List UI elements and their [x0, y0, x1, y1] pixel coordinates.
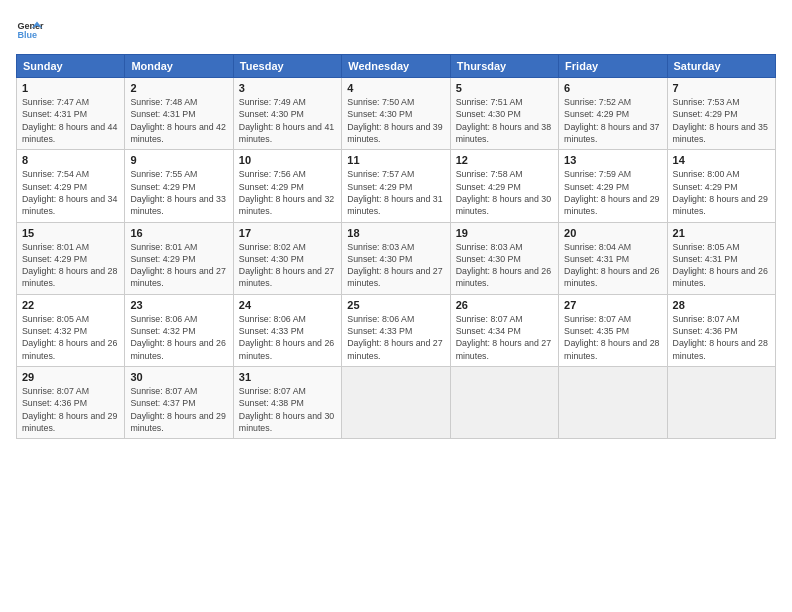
calendar-day-cell: 8Sunrise: 7:54 AM Sunset: 4:29 PM Daylig…	[17, 150, 125, 222]
calendar-day-cell: 10Sunrise: 7:56 AM Sunset: 4:29 PM Dayli…	[233, 150, 341, 222]
svg-text:Blue: Blue	[17, 30, 37, 40]
day-of-week-header: Friday	[559, 55, 667, 78]
day-number: 26	[456, 299, 553, 311]
calendar-day-cell: 30Sunrise: 8:07 AM Sunset: 4:37 PM Dayli…	[125, 367, 233, 439]
calendar-day-cell: 19Sunrise: 8:03 AM Sunset: 4:30 PM Dayli…	[450, 222, 558, 294]
day-number: 31	[239, 371, 336, 383]
day-number: 20	[564, 227, 661, 239]
day-number: 14	[673, 154, 770, 166]
day-detail: Sunrise: 8:07 AM Sunset: 4:34 PM Dayligh…	[456, 313, 553, 362]
day-number: 17	[239, 227, 336, 239]
day-detail: Sunrise: 7:48 AM Sunset: 4:31 PM Dayligh…	[130, 96, 227, 145]
calendar-day-cell: 3Sunrise: 7:49 AM Sunset: 4:30 PM Daylig…	[233, 78, 341, 150]
calendar-day-cell: 11Sunrise: 7:57 AM Sunset: 4:29 PM Dayli…	[342, 150, 450, 222]
day-detail: Sunrise: 8:07 AM Sunset: 4:36 PM Dayligh…	[673, 313, 770, 362]
day-detail: Sunrise: 8:07 AM Sunset: 4:35 PM Dayligh…	[564, 313, 661, 362]
day-detail: Sunrise: 7:50 AM Sunset: 4:30 PM Dayligh…	[347, 96, 444, 145]
day-number: 16	[130, 227, 227, 239]
day-number: 21	[673, 227, 770, 239]
day-detail: Sunrise: 8:05 AM Sunset: 4:32 PM Dayligh…	[22, 313, 119, 362]
calendar-day-cell: 21Sunrise: 8:05 AM Sunset: 4:31 PM Dayli…	[667, 222, 775, 294]
calendar-day-cell: 18Sunrise: 8:03 AM Sunset: 4:30 PM Dayli…	[342, 222, 450, 294]
day-detail: Sunrise: 8:06 AM Sunset: 4:32 PM Dayligh…	[130, 313, 227, 362]
day-number: 22	[22, 299, 119, 311]
day-number: 5	[456, 82, 553, 94]
day-detail: Sunrise: 8:02 AM Sunset: 4:30 PM Dayligh…	[239, 241, 336, 290]
day-of-week-header: Saturday	[667, 55, 775, 78]
logo: General Blue	[16, 16, 44, 44]
day-detail: Sunrise: 7:56 AM Sunset: 4:29 PM Dayligh…	[239, 168, 336, 217]
calendar-day-cell	[450, 367, 558, 439]
day-detail: Sunrise: 7:52 AM Sunset: 4:29 PM Dayligh…	[564, 96, 661, 145]
day-number: 3	[239, 82, 336, 94]
day-of-week-header: Thursday	[450, 55, 558, 78]
calendar-day-cell: 7Sunrise: 7:53 AM Sunset: 4:29 PM Daylig…	[667, 78, 775, 150]
day-number: 29	[22, 371, 119, 383]
day-number: 19	[456, 227, 553, 239]
day-number: 27	[564, 299, 661, 311]
calendar-day-cell: 26Sunrise: 8:07 AM Sunset: 4:34 PM Dayli…	[450, 294, 558, 366]
day-detail: Sunrise: 7:58 AM Sunset: 4:29 PM Dayligh…	[456, 168, 553, 217]
day-number: 18	[347, 227, 444, 239]
day-number: 6	[564, 82, 661, 94]
day-number: 1	[22, 82, 119, 94]
calendar-day-cell: 1Sunrise: 7:47 AM Sunset: 4:31 PM Daylig…	[17, 78, 125, 150]
day-detail: Sunrise: 8:06 AM Sunset: 4:33 PM Dayligh…	[347, 313, 444, 362]
logo-icon: General Blue	[16, 16, 44, 44]
day-number: 30	[130, 371, 227, 383]
day-detail: Sunrise: 8:01 AM Sunset: 4:29 PM Dayligh…	[130, 241, 227, 290]
day-detail: Sunrise: 8:07 AM Sunset: 4:38 PM Dayligh…	[239, 385, 336, 434]
day-detail: Sunrise: 8:07 AM Sunset: 4:36 PM Dayligh…	[22, 385, 119, 434]
day-number: 9	[130, 154, 227, 166]
calendar-week-row: 15Sunrise: 8:01 AM Sunset: 4:29 PM Dayli…	[17, 222, 776, 294]
day-of-week-header: Monday	[125, 55, 233, 78]
calendar-day-cell: 25Sunrise: 8:06 AM Sunset: 4:33 PM Dayli…	[342, 294, 450, 366]
day-detail: Sunrise: 7:53 AM Sunset: 4:29 PM Dayligh…	[673, 96, 770, 145]
day-detail: Sunrise: 7:55 AM Sunset: 4:29 PM Dayligh…	[130, 168, 227, 217]
calendar-day-cell: 9Sunrise: 7:55 AM Sunset: 4:29 PM Daylig…	[125, 150, 233, 222]
calendar-day-cell: 27Sunrise: 8:07 AM Sunset: 4:35 PM Dayli…	[559, 294, 667, 366]
day-number: 8	[22, 154, 119, 166]
calendar-day-cell: 22Sunrise: 8:05 AM Sunset: 4:32 PM Dayli…	[17, 294, 125, 366]
page-container: General Blue SundayMondayTuesdayWednesda…	[0, 0, 792, 612]
day-number: 24	[239, 299, 336, 311]
calendar-week-row: 29Sunrise: 8:07 AM Sunset: 4:36 PM Dayli…	[17, 367, 776, 439]
day-of-week-header: Tuesday	[233, 55, 341, 78]
day-detail: Sunrise: 8:04 AM Sunset: 4:31 PM Dayligh…	[564, 241, 661, 290]
day-of-week-header: Sunday	[17, 55, 125, 78]
day-number: 15	[22, 227, 119, 239]
calendar-day-cell: 13Sunrise: 7:59 AM Sunset: 4:29 PM Dayli…	[559, 150, 667, 222]
day-number: 4	[347, 82, 444, 94]
day-detail: Sunrise: 7:59 AM Sunset: 4:29 PM Dayligh…	[564, 168, 661, 217]
day-number: 28	[673, 299, 770, 311]
calendar-table: SundayMondayTuesdayWednesdayThursdayFrid…	[16, 54, 776, 439]
day-of-week-header: Wednesday	[342, 55, 450, 78]
calendar-day-cell: 16Sunrise: 8:01 AM Sunset: 4:29 PM Dayli…	[125, 222, 233, 294]
day-detail: Sunrise: 7:49 AM Sunset: 4:30 PM Dayligh…	[239, 96, 336, 145]
day-detail: Sunrise: 8:06 AM Sunset: 4:33 PM Dayligh…	[239, 313, 336, 362]
calendar-day-cell: 14Sunrise: 8:00 AM Sunset: 4:29 PM Dayli…	[667, 150, 775, 222]
day-detail: Sunrise: 7:57 AM Sunset: 4:29 PM Dayligh…	[347, 168, 444, 217]
day-number: 25	[347, 299, 444, 311]
calendar-day-cell	[559, 367, 667, 439]
calendar-day-cell: 15Sunrise: 8:01 AM Sunset: 4:29 PM Dayli…	[17, 222, 125, 294]
calendar-day-cell: 24Sunrise: 8:06 AM Sunset: 4:33 PM Dayli…	[233, 294, 341, 366]
calendar-day-cell: 17Sunrise: 8:02 AM Sunset: 4:30 PM Dayli…	[233, 222, 341, 294]
day-detail: Sunrise: 7:54 AM Sunset: 4:29 PM Dayligh…	[22, 168, 119, 217]
day-detail: Sunrise: 8:07 AM Sunset: 4:37 PM Dayligh…	[130, 385, 227, 434]
day-detail: Sunrise: 8:00 AM Sunset: 4:29 PM Dayligh…	[673, 168, 770, 217]
day-detail: Sunrise: 7:51 AM Sunset: 4:30 PM Dayligh…	[456, 96, 553, 145]
day-number: 12	[456, 154, 553, 166]
day-number: 11	[347, 154, 444, 166]
calendar-day-cell: 31Sunrise: 8:07 AM Sunset: 4:38 PM Dayli…	[233, 367, 341, 439]
calendar-day-cell: 23Sunrise: 8:06 AM Sunset: 4:32 PM Dayli…	[125, 294, 233, 366]
calendar-day-cell: 2Sunrise: 7:48 AM Sunset: 4:31 PM Daylig…	[125, 78, 233, 150]
day-number: 10	[239, 154, 336, 166]
calendar-day-cell: 28Sunrise: 8:07 AM Sunset: 4:36 PM Dayli…	[667, 294, 775, 366]
calendar-day-cell: 12Sunrise: 7:58 AM Sunset: 4:29 PM Dayli…	[450, 150, 558, 222]
day-detail: Sunrise: 8:01 AM Sunset: 4:29 PM Dayligh…	[22, 241, 119, 290]
day-number: 23	[130, 299, 227, 311]
calendar-week-row: 22Sunrise: 8:05 AM Sunset: 4:32 PM Dayli…	[17, 294, 776, 366]
calendar-week-row: 8Sunrise: 7:54 AM Sunset: 4:29 PM Daylig…	[17, 150, 776, 222]
calendar-day-cell: 6Sunrise: 7:52 AM Sunset: 4:29 PM Daylig…	[559, 78, 667, 150]
